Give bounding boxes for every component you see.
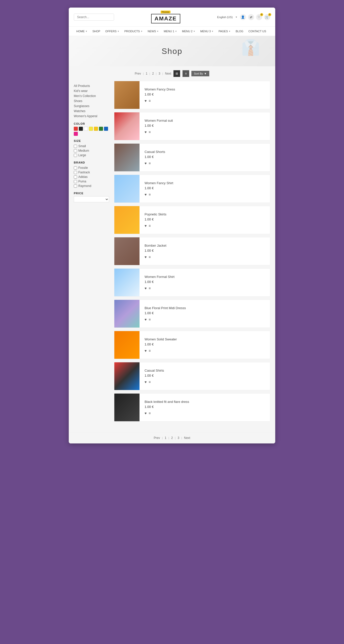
compare-btn[interactable]: ≡ [149,161,151,165]
size-small-option[interactable]: Small [74,144,109,148]
size-medium-checkbox[interactable] [74,149,77,152]
brand-fossile-checkbox[interactable] [74,166,77,170]
compare-btn[interactable]: ≡ [149,380,151,384]
wishlist-btn[interactable]: ♥ [145,317,147,321]
next-page-link[interactable]: Next [165,72,171,75]
search-input[interactable] [74,14,114,21]
nav-blog[interactable]: BLOG [233,27,246,36]
product-image [114,300,140,328]
sidebar-item-watches[interactable]: Watches [74,109,109,114]
sidebar-item-shoes[interactable]: Shoes [74,99,109,104]
footer-next-link[interactable]: Next [184,436,190,440]
compare-btn[interactable]: ≡ [149,255,151,259]
logo[interactable]: Theme AMAZE [151,11,180,23]
color-swatch-blue[interactable] [104,127,108,131]
brand-raymond[interactable]: Raymond [74,184,109,188]
color-swatch-black[interactable] [79,127,83,131]
nav-shop[interactable]: SHOP [90,27,103,36]
brand-raymond-checkbox[interactable] [74,184,77,188]
product-info: Casual Shorts 1.00 € ♥ ≡ [140,146,270,169]
compare-btn[interactable]: ≡ [149,224,151,228]
sidebar-item-sunglasses[interactable]: Sunglasses [74,104,109,109]
brand-adidas[interactable]: Adidas [74,175,109,179]
user-icon[interactable]: 👤 [240,14,246,20]
price-filter-select[interactable]: 0 - 50 € 50 - 100 € 100 - 200 € [74,196,109,202]
list-view-btn[interactable]: ≡ [182,70,189,77]
wishlist-btn[interactable]: ♥ [145,411,147,415]
product-name: Black knitted fit and flare dress [145,400,265,404]
language-selector[interactable]: English (US) [217,16,233,19]
color-swatch-pink[interactable] [74,132,78,136]
size-large-option[interactable]: Large [74,153,109,157]
nav-menu2[interactable]: MENU 2 ▼ [180,27,198,36]
nav-contact[interactable]: CONTACT US [246,27,269,36]
wishlist-icon[interactable]: ♡ 0 [256,14,262,20]
compare-btn[interactable]: ≡ [149,192,151,197]
brand-puma[interactable]: Puma [74,179,109,184]
price-section-title: PRICE [74,192,109,195]
hero-decoration: 👔 [241,39,260,56]
color-swatch-lightyellow[interactable] [89,127,93,131]
footer-prev-link[interactable]: Prev [154,436,160,440]
brand-fastrack[interactable]: Fastrack [74,170,109,175]
page-3-link[interactable]: 3 [159,72,160,75]
wishlist-btn[interactable]: ♥ [145,130,147,134]
nav-offers[interactable]: OFFERS ▼ [103,27,122,36]
color-swatch-yellow[interactable] [94,127,98,131]
pagination-bottom: Prev | 1 | 2 | 3 | Next [69,432,275,443]
nav-menu3[interactable]: MENU 3 ▼ [198,27,216,36]
nav-menu3-label: MENU 3 [200,30,211,33]
product-price: 1.00 € [145,217,265,221]
wishlist-btn[interactable]: ♥ [145,349,147,353]
nav-home[interactable]: HOME ▼ [74,27,90,36]
product-actions: ♥ ≡ [145,130,265,134]
nav-pages[interactable]: PAGES ▼ [216,27,233,36]
compare-btn[interactable]: ≡ [149,99,151,103]
color-swatch-green[interactable] [99,127,103,131]
brand-adidas-checkbox[interactable] [74,175,77,179]
sidebar-item-womens-apparel[interactable]: Women's Apperal [74,114,109,119]
grid-view-btn[interactable]: ⊞ [173,70,180,77]
wishlist-btn[interactable]: ♥ [145,192,147,197]
compare-btn[interactable]: ≡ [149,130,151,134]
brand-puma-checkbox[interactable] [74,180,77,183]
nav-menu1[interactable]: MENU 1 ▼ [161,27,179,36]
compare-btn[interactable]: ≡ [149,317,151,321]
compare-btn[interactable]: ≡ [149,411,151,415]
wishlist-btn[interactable]: ♥ [145,99,147,103]
page-1-link[interactable]: 1 [146,72,148,75]
brand-fossile[interactable]: Fossile [74,166,109,170]
size-small-checkbox[interactable] [74,145,77,148]
compare-btn[interactable]: ≡ [149,349,151,353]
product-image-placeholder [114,81,140,109]
sidebar-item-kids-wear[interactable]: Kid's wear [74,88,109,93]
color-swatches [74,127,109,136]
wishlist-btn[interactable]: ♥ [145,286,147,290]
product-name: Casual Shirts [145,369,265,372]
cart-icon[interactable]: 🛒 0 [264,14,270,20]
compare-btn[interactable]: ≡ [149,286,151,290]
sidebar-item-mens-collection[interactable]: Men's Collection [74,93,109,99]
nav-products[interactable]: PRODUCTS ▼ [122,27,145,36]
nav-menu1-label: MENU 1 [164,30,174,33]
brand-fastrack-checkbox[interactable] [74,171,77,174]
size-large-checkbox[interactable] [74,154,77,157]
wishlist-btn[interactable]: ♥ [145,224,147,228]
page-2-link[interactable]: 2 [152,72,154,75]
prev-page-link[interactable]: Prev [135,72,141,75]
color-swatch-red[interactable] [74,127,78,131]
product-image [114,269,140,296]
nav-news[interactable]: NEWS ▼ [145,27,161,36]
sort-by-btn[interactable]: Sort By ▼ [191,71,209,76]
compare-icon[interactable]: ⇄ [248,14,254,20]
size-medium-option[interactable]: Medium [74,148,109,153]
footer-page-1[interactable]: 1 [165,436,166,440]
product-actions: ♥ ≡ [145,99,265,103]
color-swatch-white[interactable] [84,127,88,131]
wishlist-btn[interactable]: ♥ [145,380,147,384]
footer-page-2[interactable]: 2 [171,436,173,440]
sidebar-item-all-products[interactable]: All Products [74,83,109,88]
wishlist-btn[interactable]: ♥ [145,161,147,165]
wishlist-btn[interactable]: ♥ [145,255,147,259]
footer-page-3[interactable]: 3 [178,436,179,440]
